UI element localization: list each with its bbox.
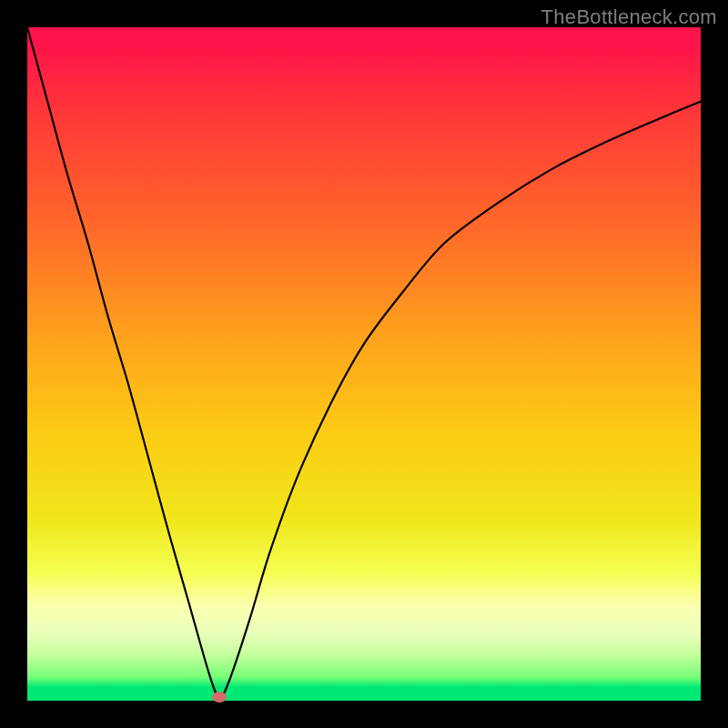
plot-area — [27, 27, 701, 701]
watermark-text: TheBottleneck.com — [541, 5, 717, 29]
minimum-marker — [212, 692, 227, 703]
bottleneck-curve — [27, 27, 701, 701]
chart-frame: TheBottleneck.com — [0, 0, 728, 728]
